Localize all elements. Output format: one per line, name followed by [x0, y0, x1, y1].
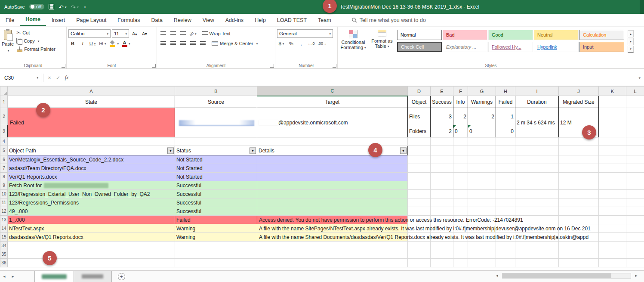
tab-home[interactable]: Home: [20, 14, 46, 26]
cell[interactable]: [257, 259, 408, 267]
sheet-nav-right-icon[interactable]: ►: [9, 271, 17, 282]
column-header-e[interactable]: E: [431, 87, 453, 96]
cell-object-path[interactable]: dasdasdas/Ver/Q1 Reports.docx: [8, 233, 175, 242]
cell[interactable]: [496, 259, 515, 267]
cell-object-path[interactable]: 1_.000: [8, 216, 175, 224]
column-header-k[interactable]: K: [599, 87, 626, 96]
cell[interactable]: [431, 164, 453, 173]
cell[interactable]: [626, 259, 644, 267]
cell-details-header[interactable]: Details: [257, 146, 408, 155]
decrease-decimal-button[interactable]: [317, 39, 328, 48]
copy-button[interactable]: Copy: [16, 38, 55, 44]
cell-details[interactable]: [257, 198, 408, 207]
cell-details[interactable]: [257, 190, 408, 198]
cell[interactable]: [175, 137, 257, 146]
cell[interactable]: [496, 164, 515, 173]
name-box[interactable]: C30: [0, 73, 41, 83]
cell[interactable]: [496, 207, 515, 216]
cell[interactable]: [453, 250, 468, 259]
cell[interactable]: [515, 181, 559, 190]
orientation-button[interactable]: [188, 29, 197, 38]
cell[interactable]: [626, 207, 644, 216]
font-dialog-launcher[interactable]: [152, 64, 156, 68]
cell[interactable]: [453, 181, 468, 190]
cell-duration-value[interactable]: 2 m 34 s 624 ms: [515, 108, 559, 137]
fill-color-button[interactable]: [108, 39, 120, 48]
cell[interactable]: [559, 155, 599, 164]
sheet-nav-left-icon[interactable]: ◄: [0, 271, 9, 282]
cell[interactable]: [515, 173, 559, 181]
cell[interactable]: [515, 242, 559, 250]
column-header-l[interactable]: L: [626, 87, 644, 96]
cell-status[interactable]: Successful: [175, 190, 257, 198]
row-header[interactable]: 15: [0, 233, 8, 242]
cell[interactable]: [408, 250, 431, 259]
cell-duration-header[interactable]: Duration: [515, 96, 559, 108]
align-right-button[interactable]: [179, 39, 187, 48]
cell[interactable]: [599, 173, 626, 181]
cell-target-value[interactable]: @appdevsite.onmicrosoft.com: [257, 108, 408, 137]
cell-files-label[interactable]: Files: [408, 108, 431, 125]
cell-target-header[interactable]: Target: [257, 96, 408, 108]
row-header[interactable]: 6: [0, 155, 8, 164]
cell[interactable]: [175, 259, 257, 267]
cell-style-bad[interactable]: Bad: [443, 30, 487, 40]
cell[interactable]: [431, 242, 453, 250]
tell-me-box[interactable]: Tell me what you want to do: [351, 14, 426, 26]
cell-folders-success[interactable]: 2: [431, 125, 453, 137]
align-center-button[interactable]: [169, 39, 177, 48]
cell-object-path[interactable]: 123/Regressions_Permissions: [8, 198, 175, 207]
align-middle-button[interactable]: [169, 29, 177, 38]
cell-details[interactable]: [257, 181, 408, 190]
font-name-select[interactable]: Calibri: [68, 29, 111, 38]
clipboard-dialog-launcher[interactable]: [62, 64, 65, 68]
row-header[interactable]: 2: [0, 108, 8, 125]
tab-review[interactable]: Review: [168, 14, 197, 26]
cell[interactable]: [453, 259, 468, 267]
cell[interactable]: [408, 259, 431, 267]
cell-object-path[interactable]: Ver/Q1 Reports.docx: [8, 173, 175, 181]
column-header-g[interactable]: G: [468, 87, 496, 96]
cell[interactable]: [408, 173, 431, 181]
cell-status[interactable]: Failed: [175, 216, 257, 224]
cell-status[interactable]: Successful: [175, 198, 257, 207]
cell[interactable]: [559, 198, 599, 207]
row-header[interactable]: 3: [0, 125, 8, 137]
cell[interactable]: [453, 207, 468, 216]
scrollbar-track[interactable]: [502, 273, 631, 279]
cell-migrated-size-header[interactable]: Migrated Size: [559, 96, 599, 108]
cell[interactable]: [626, 216, 644, 224]
cell-style-input[interactable]: Input: [579, 42, 624, 52]
cell[interactable]: [599, 96, 626, 108]
cell[interactable]: [599, 164, 626, 173]
cell-details[interactable]: [257, 207, 408, 216]
cell-style-calculation[interactable]: Calculation: [579, 30, 624, 40]
column-header-h[interactable]: H: [496, 87, 515, 96]
tab-help[interactable]: Help: [249, 14, 271, 26]
insert-function-icon[interactable]: fx: [62, 74, 71, 81]
merge-center-button[interactable]: Merge & Center: [212, 41, 258, 46]
cell[interactable]: [599, 242, 626, 250]
cell[interactable]: [468, 207, 496, 216]
cell-failed-header[interactable]: Failed: [496, 96, 515, 108]
cell-details[interactable]: A file with the name SitePages/NTestText…: [257, 224, 408, 233]
undo-button[interactable]: ↶: [59, 3, 66, 10]
cell[interactable]: [626, 164, 644, 173]
cell[interactable]: [431, 181, 453, 190]
cell[interactable]: [468, 137, 496, 146]
redo-button[interactable]: ↷: [71, 3, 78, 10]
cell[interactable]: [8, 242, 175, 250]
scroll-left-icon[interactable]: ◄: [493, 274, 501, 278]
cell[interactable]: [515, 250, 559, 259]
cell[interactable]: [626, 250, 644, 259]
cell-object-path[interactable]: Fetch Root for: [8, 181, 175, 190]
cell[interactable]: [431, 250, 453, 259]
cell[interactable]: [599, 259, 626, 267]
formula-input[interactable]: [75, 73, 638, 83]
cell-source-header[interactable]: Source: [175, 96, 257, 108]
paste-button[interactable]: Paste: [2, 28, 14, 62]
cell-style-good[interactable]: Good: [488, 30, 533, 40]
cell-folders-warnings[interactable]: 0: [468, 125, 496, 137]
number-dialog-launcher[interactable]: [333, 64, 336, 68]
row-header[interactable]: 5: [0, 146, 8, 155]
